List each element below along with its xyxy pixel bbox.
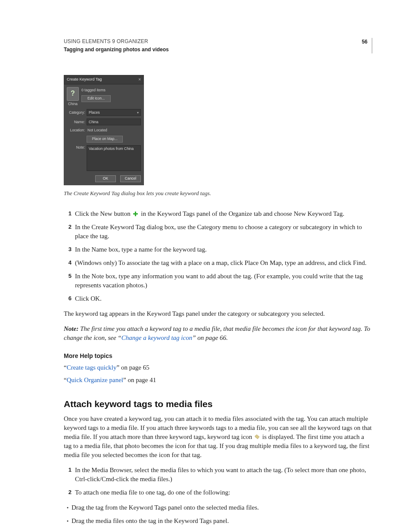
chevron-down-icon: ▾ bbox=[137, 110, 139, 115]
steps-list: 1 In the Media Browser, select the media… bbox=[64, 466, 372, 497]
bullet-icon: • bbox=[64, 516, 72, 525]
edit-icon-button[interactable]: Edit Icon... bbox=[81, 95, 111, 102]
help-link-item: “Create tags quickly” on page 65 bbox=[64, 363, 372, 372]
page-number: 56 bbox=[362, 38, 367, 46]
close-icon[interactable]: × bbox=[138, 77, 141, 83]
svg-point-0 bbox=[255, 436, 256, 437]
note-label: Note: bbox=[67, 145, 85, 150]
step-number: 1 bbox=[64, 466, 75, 474]
name-value: China bbox=[89, 120, 98, 125]
cross-reference-link[interactable]: Change a keyword tag icon bbox=[121, 334, 192, 341]
step-text: Click the New button in the Keyword Tags… bbox=[75, 209, 372, 218]
bullet-text: Drag the media files onto the tag in the… bbox=[72, 516, 372, 526]
steps-list: 1 Click the New button in the Keyword Ta… bbox=[64, 209, 372, 303]
step-number: 2 bbox=[64, 223, 75, 231]
paragraph: Once you have created a keyword tag, you… bbox=[64, 414, 372, 460]
name-label: Name: bbox=[67, 120, 85, 125]
step-text: To attach one media file to one tag, do … bbox=[75, 488, 372, 497]
tag-thumbnail-icon: ? bbox=[67, 87, 79, 101]
name-input[interactable]: China bbox=[87, 118, 141, 125]
paragraph: The keyword tag appears in the Keyword T… bbox=[64, 309, 372, 318]
category-dropdown[interactable]: Places ▾ bbox=[87, 109, 141, 116]
bullet-icon: • bbox=[64, 503, 72, 512]
plus-icon bbox=[133, 211, 138, 217]
step-number: 4 bbox=[64, 258, 75, 267]
step-number: 1 bbox=[64, 209, 75, 218]
step-number: 6 bbox=[64, 294, 75, 302]
location-value: Not Located bbox=[87, 128, 141, 133]
note-label: Note: bbox=[64, 325, 80, 332]
step-text: In the Create Keyword Tag dialog box, us… bbox=[75, 223, 372, 241]
note-textarea[interactable]: Vacation photos from China bbox=[87, 145, 141, 171]
tagged-items-count: 0 tagged items bbox=[81, 88, 111, 93]
ok-button[interactable]: OK bbox=[95, 175, 116, 182]
step-text: In the Name box, type a name for the key… bbox=[75, 245, 372, 254]
step-text: (Windows only) To associate the tag with… bbox=[75, 258, 372, 268]
cancel-button[interactable]: Cancel bbox=[120, 175, 141, 182]
step-text: In the Media Browser, select the media f… bbox=[75, 466, 372, 484]
dialog-title: Create Keyword Tag bbox=[67, 77, 102, 82]
more-help-heading: More Help topics bbox=[64, 352, 372, 361]
bullet-list: •Drag the tag from the Keyword Tags pane… bbox=[64, 503, 372, 526]
doc-title: USING ELEMENTS 9 ORGANIZER bbox=[64, 38, 169, 45]
help-link-item: “Quick Organize panel” on page 41 bbox=[64, 376, 372, 385]
bullet-text: Drag the tag from the Keyword Tags panel… bbox=[72, 503, 372, 512]
step-number: 5 bbox=[64, 272, 75, 280]
step-number: 3 bbox=[64, 245, 75, 253]
doc-section: Tagging and organizing photos and videos bbox=[64, 46, 169, 53]
figure-caption: The Create Keyword Tag dialog box lets y… bbox=[64, 190, 372, 197]
page-header: USING ELEMENTS 9 ORGANIZER Tagging and o… bbox=[64, 38, 372, 53]
category-value: Places bbox=[89, 110, 100, 115]
section-heading: Attach keyword tags to media files bbox=[64, 398, 372, 410]
create-keyword-tag-dialog: Create Keyword Tag × ? China 0 tagged it… bbox=[64, 75, 144, 186]
step-number: 2 bbox=[64, 488, 75, 496]
note-block: Note: The first time you attach a keywor… bbox=[64, 324, 372, 342]
category-label: Category: bbox=[67, 110, 85, 115]
tag-icon-label: China bbox=[68, 102, 78, 107]
help-link[interactable]: Quick Organize panel bbox=[67, 376, 123, 383]
step-text: Click OK. bbox=[75, 294, 372, 303]
keyword-tag-icon bbox=[255, 434, 260, 439]
place-on-map-button[interactable]: Place on Map... bbox=[87, 136, 123, 143]
help-link[interactable]: Create tags quickly bbox=[67, 364, 117, 371]
location-label: Location: bbox=[67, 128, 85, 133]
step-text: In the Note box, type any information yo… bbox=[75, 272, 372, 290]
